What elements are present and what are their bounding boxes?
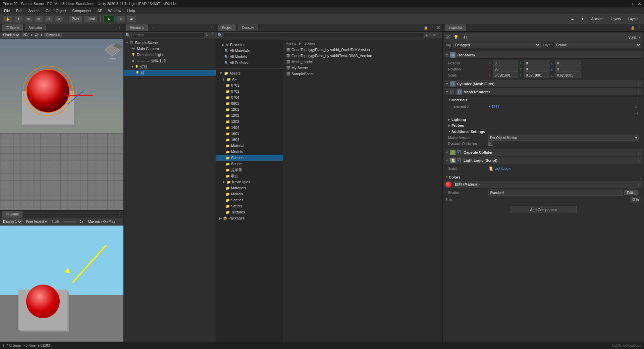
proj-1203[interactable]: 📁1203 <box>216 118 283 124</box>
material-settings-icon[interactable]: ⋮ <box>636 182 641 187</box>
local-btn[interactable]: Local <box>84 15 98 23</box>
menu-edit[interactable]: Edit <box>13 9 25 13</box>
menu-gameobject[interactable]: GameObject <box>43 9 69 13</box>
transform-multi-btn[interactable]: ⊕ <box>54 15 63 23</box>
meshrenderer-header[interactable]: ▼ ⬡ Mesh Renderer ⋮ <box>444 88 643 96</box>
lighting-btn[interactable]: ☀ <box>30 33 33 37</box>
addset-header[interactable]: ▼ Additional Settings <box>447 129 640 135</box>
collab-btn[interactable]: ☁ <box>568 15 577 23</box>
audio-btn[interactable]: 🔊 <box>35 33 39 37</box>
hier-item-light[interactable]: 💡 灯 <box>124 70 216 76</box>
proj-models[interactable]: 📁Models <box>216 149 283 155</box>
proj-scenes[interactable]: 📁Scenes <box>216 155 283 161</box>
maximize-btn[interactable]: □ <box>632 1 635 6</box>
meshrenderer-settings-icon[interactable]: ⋮ <box>636 89 641 95</box>
tab-project[interactable]: Project <box>218 24 236 31</box>
proj-0704[interactable]: 📁0704 <box>216 94 283 100</box>
project-star-btn[interactable]: ☆ <box>429 33 432 37</box>
pause-btn[interactable]: ⏸ <box>116 15 125 23</box>
scene-file-2[interactable]: 🎬 GoodTopolygyFace_by vahidTwoUDIMS_Vers… <box>285 53 441 59</box>
menu-component[interactable]: Component <box>69 9 94 13</box>
project-eye-btn[interactable]: 👁 <box>433 33 436 37</box>
hier-item-directionallight[interactable]: 💡 Directional Light <box>124 52 216 58</box>
hier-item-gamemaster[interactable]: ⚙ ----------- 游戏主控 <box>124 58 216 64</box>
lightlogic-settings-icon[interactable]: ⋮ <box>636 158 641 163</box>
transform-hand-btn[interactable]: ✋ <box>3 15 13 23</box>
project-more-btn[interactable]: ⋮ <box>437 33 441 37</box>
tab-game[interactable]: 🎮 Game <box>2 211 22 218</box>
shader-dropdown[interactable]: Standard <box>488 190 623 196</box>
capsule-settings-icon[interactable]: ⋮ <box>636 150 641 155</box>
project-search-input[interactable] <box>224 33 424 38</box>
tab-hierarchy[interactable]: Hierarchy <box>126 24 148 31</box>
object-name-input[interactable] <box>462 34 626 40</box>
proj-kmaterials[interactable]: 📁Materials <box>216 185 283 191</box>
scale-y[interactable] <box>524 72 549 78</box>
pivot-btn[interactable]: Pivot <box>69 15 82 23</box>
colors-header[interactable]: ▼ Colors 3 <box>444 174 643 180</box>
menu-assets[interactable]: Assets <box>26 9 42 13</box>
lighting-header[interactable]: ▶ Lighting <box>447 116 640 122</box>
inspector-more-icon[interactable]: ⋮ <box>637 25 642 31</box>
scene-file-3[interactable]: 🎬 Mesh_model <box>285 59 441 65</box>
proj-kscripts[interactable]: 📁Scripts <box>216 203 283 209</box>
scale-slider[interactable] <box>63 221 76 222</box>
proj-0803[interactable]: 📁0803 <box>216 100 283 106</box>
account-btn[interactable]: Account <box>588 15 606 23</box>
materials-section-header[interactable]: ▼ Materials 1 <box>447 97 640 103</box>
proj-kmodels[interactable]: 📁Models <box>216 191 283 197</box>
script-value[interactable]: LightLogic <box>494 166 511 170</box>
proj-songs[interactable]: 📁歌曲 <box>216 173 283 179</box>
gizmo-cube[interactable]: Persp <box>104 42 121 58</box>
element0-value[interactable]: 红灯 <box>492 104 499 109</box>
proj-kevin[interactable]: ▼ 📁Kevin Igles <box>216 179 283 185</box>
tab-scene[interactable]: 🎬 Scene <box>2 24 23 31</box>
rot-y[interactable] <box>524 66 549 72</box>
scene-file-1[interactable]: 🎬 GoodTopolygyFace_by vahid_OneUDIMVersi… <box>285 47 441 53</box>
menu-af[interactable]: AF <box>95 9 105 13</box>
transform-scale-btn[interactable]: ⊞ <box>34 15 43 23</box>
redlight-material-header[interactable]: 红灯 (Material) ⋮ <box>444 181 643 188</box>
transform-rotate-btn[interactable]: ↻ <box>24 15 33 23</box>
tab-inspector[interactable]: Inspector <box>445 24 466 31</box>
transform-rect-btn[interactable]: ⊡ <box>44 15 53 23</box>
rot-x[interactable] <box>493 66 518 72</box>
inspector-lock-icon[interactable]: 🔒 <box>630 25 635 31</box>
proj-ktextures[interactable]: 📁Textures <box>216 209 283 215</box>
close-btn[interactable]: ✕ <box>638 1 641 6</box>
menu-file[interactable]: File <box>1 9 13 13</box>
transform-header[interactable]: ▼ ⊞ Transform ⋮ <box>444 51 643 59</box>
layout-btn[interactable]: Layout <box>625 15 641 23</box>
proj-fav-prefabs[interactable]: 🔍 All Prefabs <box>219 60 280 66</box>
fx-btn[interactable]: ✦ <box>40 33 43 37</box>
layer-dropdown[interactable]: Default <box>554 42 641 48</box>
proj-1201[interactable]: 📁1201 <box>216 106 283 112</box>
proj-0701[interactable]: 📁0701 <box>216 82 283 88</box>
hierarchy-more-btn[interactable]: ⋮ <box>211 33 214 37</box>
game-panel-settings[interactable]: ⋮ <box>118 212 121 216</box>
step-btn[interactable]: ⏭ <box>127 15 136 23</box>
scale-x[interactable] <box>493 72 518 78</box>
probes-header[interactable]: ▶ Probes <box>447 122 640 129</box>
lightlogic-enabled[interactable] <box>457 158 461 162</box>
menu-help[interactable]: Help <box>125 9 138 13</box>
proj-1604[interactable]: 📁1604 <box>216 137 283 143</box>
scene-file-5[interactable]: 🎬 SampleScene <box>285 71 441 77</box>
hierarchy-search-input[interactable] <box>131 33 204 38</box>
proj-fav-materials[interactable]: 🔍 All Materials <box>219 48 280 54</box>
motion-vectors-dropdown[interactable]: Per Object Motion ▾ <box>488 135 639 141</box>
game-viewport[interactable] <box>0 226 123 342</box>
pos-y[interactable] <box>524 60 549 66</box>
tab-console[interactable]: Console <box>238 24 258 31</box>
pos-x[interactable] <box>493 60 518 66</box>
scene-file-4[interactable]: 🎬 My Scene <box>285 65 441 71</box>
layers-btn[interactable]: Layers <box>608 15 624 23</box>
rot-z[interactable] <box>555 66 581 72</box>
proj-tips[interactable]: 📁提示量 <box>216 167 283 173</box>
dynamic-occlusion-checkbox[interactable] <box>488 142 492 146</box>
scale-z[interactable] <box>555 72 581 78</box>
project-more-icon[interactable]: ⋮ <box>430 25 435 31</box>
aspect-selector[interactable]: Free Aspect ▾ <box>25 220 48 223</box>
capsule-enabled[interactable] <box>457 150 461 154</box>
gizmos-btn[interactable]: Gizmos ▾ <box>44 33 62 37</box>
